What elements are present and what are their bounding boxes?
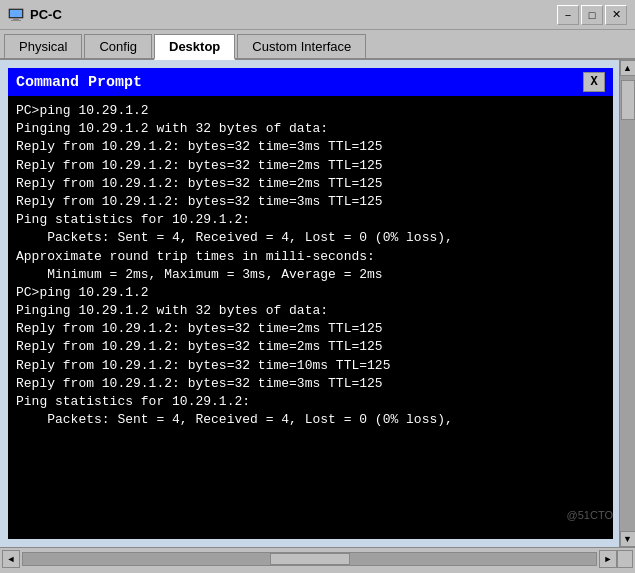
h-scroll-container: ◄ ► — [2, 550, 617, 568]
cmd-line: Ping statistics for 10.29.1.2: — [16, 393, 605, 411]
scroll-up-button[interactable]: ▲ — [620, 60, 636, 76]
scroll-left-button[interactable]: ◄ — [2, 550, 20, 568]
maximize-button[interactable]: □ — [581, 5, 603, 25]
minimize-button[interactable]: − — [557, 5, 579, 25]
scroll-right-icon: ► — [604, 554, 613, 564]
vertical-scrollbar[interactable]: ▲ ▼ — [619, 60, 635, 547]
window-controls: − □ ✕ — [557, 5, 627, 25]
h-scroll-track[interactable] — [22, 552, 597, 566]
close-button[interactable]: ✕ — [605, 5, 627, 25]
cmd-line: Reply from 10.29.1.2: bytes=32 time=3ms … — [16, 375, 605, 393]
cmd-line: Approximate round trip times in milli-se… — [16, 248, 605, 266]
cmd-line: PC>ping 10.29.1.2 — [16, 284, 605, 302]
title-bar: PC-C − □ ✕ — [0, 0, 635, 30]
cmd-line: Packets: Sent = 4, Received = 4, Lost = … — [16, 229, 605, 247]
cmd-line: Minimum = 2ms, Maximum = 3ms, Average = … — [16, 266, 605, 284]
cmd-line: Reply from 10.29.1.2: bytes=32 time=2ms … — [16, 338, 605, 356]
cmd-close-button[interactable]: X — [583, 72, 605, 92]
cmd-line: Reply from 10.29.1.2: bytes=32 time=2ms … — [16, 157, 605, 175]
cmd-window-title: Command Prompt — [16, 74, 142, 91]
cmd-line: Reply from 10.29.1.2: bytes=32 time=10ms… — [16, 357, 605, 375]
cmd-line: Reply from 10.29.1.2: bytes=32 time=2ms … — [16, 175, 605, 193]
svg-rect-1 — [10, 10, 22, 17]
scroll-thumb[interactable] — [621, 80, 635, 120]
scroll-left-icon: ◄ — [7, 554, 16, 564]
resize-corner — [617, 550, 633, 568]
cmd-body[interactable]: PC>ping 10.29.1.2Pinging 10.29.1.2 with … — [8, 96, 613, 539]
svg-rect-3 — [11, 20, 21, 21]
svg-rect-2 — [13, 18, 19, 20]
command-prompt-window: Command Prompt X PC>ping 10.29.1.2Pingin… — [8, 68, 613, 539]
app-icon — [8, 7, 24, 23]
tab-custom-interface[interactable]: Custom Interface — [237, 34, 366, 58]
cmd-line: Packets: Sent = 4, Received = 4, Lost = … — [16, 411, 605, 429]
cmd-line: PC>ping 10.29.1.2 — [16, 102, 605, 120]
scroll-track[interactable] — [620, 76, 635, 531]
tab-desktop[interactable]: Desktop — [154, 34, 235, 60]
tab-config[interactable]: Config — [84, 34, 152, 58]
cmd-line: Pinging 10.29.1.2 with 32 bytes of data: — [16, 302, 605, 320]
scroll-down-icon: ▼ — [623, 534, 632, 544]
scroll-up-icon: ▲ — [623, 63, 632, 73]
cmd-title-bar: Command Prompt X — [8, 68, 613, 96]
cmd-line: Reply from 10.29.1.2: bytes=32 time=2ms … — [16, 320, 605, 338]
tab-bar: Physical Config Desktop Custom Interface — [0, 30, 635, 60]
horizontal-scrollbar-bar: ◄ ► — [0, 547, 635, 569]
cmd-line: Reply from 10.29.1.2: bytes=32 time=3ms … — [16, 138, 605, 156]
watermark: @51CTO — [567, 509, 613, 521]
scroll-down-button[interactable]: ▼ — [620, 531, 636, 547]
h-scroll-thumb[interactable] — [270, 553, 350, 565]
cmd-line: Ping statistics for 10.29.1.2: — [16, 211, 605, 229]
cmd-line: Reply from 10.29.1.2: bytes=32 time=3ms … — [16, 193, 605, 211]
main-content: ▲ ▼ Command Prompt X PC>ping 10.29.1.2Pi… — [0, 60, 635, 547]
scroll-right-button[interactable]: ► — [599, 550, 617, 568]
cmd-line: Pinging 10.29.1.2 with 32 bytes of data: — [16, 120, 605, 138]
window-title: PC-C — [30, 7, 62, 22]
tab-physical[interactable]: Physical — [4, 34, 82, 58]
